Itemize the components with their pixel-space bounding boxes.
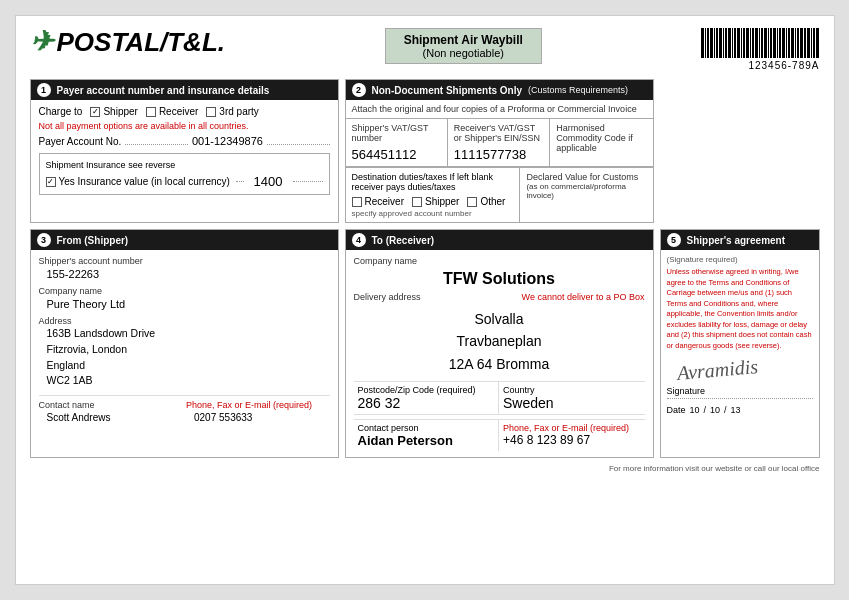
- shipper-address-field: Address 163B Landsdown Drive Fitzrovia, …: [39, 316, 330, 389]
- date-year: 13: [731, 405, 741, 415]
- duties-specify: specify approved account number: [352, 209, 514, 218]
- country-cell: Country Sweden: [499, 382, 645, 414]
- duties-section: Destination duties/taxes If left blank r…: [346, 167, 653, 222]
- receiver-label: Receiver: [159, 106, 198, 117]
- signature-block: Avramidis Signature: [667, 359, 813, 399]
- payer-account-value: 001-12349876: [192, 135, 263, 147]
- duties-shipper-checkbox[interactable]: Shipper: [412, 196, 459, 207]
- section4-header: 4 To (Receiver): [346, 230, 653, 250]
- declared-sub: (as on commercial/proforma invoice): [526, 182, 646, 200]
- receiver-contact-value: Aidan Peterson: [358, 433, 495, 448]
- shipper-account-value: 155-22263: [39, 268, 330, 280]
- shipper-company-value: Pure Theory Ltd: [39, 298, 330, 310]
- waybill-page: ✈ POSTAL/T&L. Shipment Air Waybill (Non …: [15, 15, 835, 585]
- section4-num: 4: [352, 233, 366, 247]
- shipper-address-label: Address: [39, 316, 330, 326]
- receiver-cb-icon: [146, 107, 156, 117]
- shipper-contact-label: Contact name: [39, 400, 183, 410]
- waybill-title-box: Shipment Air Waybill (Non negotiable): [385, 28, 542, 64]
- section-customs: 2 Non-Document Shipments Only (Customs R…: [345, 79, 654, 223]
- insurance-see-reverse: see reverse: [128, 160, 175, 170]
- section-receiver: 4 To (Receiver) Company name TFW Solutio…: [345, 229, 654, 458]
- postcode-cell: Postcode/Zip Code (required) 286 32: [354, 382, 500, 414]
- receiver-checkbox[interactable]: Receiver: [146, 106, 198, 117]
- signature-label: Signature: [667, 386, 706, 396]
- country-value: Sweden: [503, 395, 641, 411]
- shipper-phone-value: 0207 553633: [186, 412, 330, 423]
- delivery-line1: Solvalla: [474, 311, 523, 327]
- insurance-title: Shipment Insurance see reverse: [46, 159, 323, 170]
- section1-title: Payer account number and insurance detai…: [57, 85, 270, 96]
- barcode-image: [701, 28, 819, 58]
- shipper-phone-cell: Phone, Fax or E-mail (required) 0207 553…: [186, 400, 330, 423]
- duties-other-label: Other: [480, 196, 505, 207]
- agreement-text: Unless otherwise agreed in writing, I/we…: [667, 267, 813, 351]
- duties-receiver-checkbox[interactable]: Receiver: [352, 196, 404, 207]
- payer-account-row: Payer Account No. 001-12349876: [39, 135, 330, 147]
- section5-title: Shipper's agreement: [687, 235, 786, 246]
- shipper-account-field: Shipper's account number 155-22263: [39, 256, 330, 280]
- shipper-contact-cell: Contact name Scott Andrews: [39, 400, 183, 423]
- delivery-header-row: Delivery address We cannot deliver to a …: [354, 292, 645, 302]
- shipper-contact-row: Contact name Scott Andrews Phone, Fax or…: [39, 395, 330, 423]
- waybill-title: Shipment Air Waybill: [404, 33, 523, 47]
- shipper-address-line2: Fitzrovia, London: [47, 343, 128, 355]
- delivery-label: Delivery address: [354, 292, 421, 302]
- footer-text: For more information visit our website o…: [609, 464, 820, 473]
- sig-required-text: (Signature required): [667, 255, 813, 264]
- date-row: Date 10 / 10 / 13: [667, 405, 813, 415]
- vat-receiver-value: 1111577738: [454, 147, 543, 162]
- postcode-value: 286 32: [358, 395, 495, 411]
- section3-num: 3: [37, 233, 51, 247]
- barcode-number: 123456-789A: [748, 60, 819, 71]
- date-sep2: /: [724, 405, 727, 415]
- vat-shipper-value: 564451112: [352, 147, 441, 162]
- shipper-phone-label: Phone, Fax or E-mail (required): [186, 400, 330, 410]
- shipper-address-value: 163B Landsdown Drive Fitzrovia, London E…: [39, 326, 330, 389]
- charge-row: Charge to Shipper Receiver 3rd party: [39, 106, 330, 117]
- section3-header: 3 From (Shipper): [31, 230, 338, 250]
- vat-shipper-cell: Shipper's VAT/GST number 564451112: [346, 119, 448, 166]
- charge-to-label: Charge to: [39, 106, 83, 117]
- duties-other-cb: [467, 197, 477, 207]
- vat-receiver-label: Receiver's VAT/GST or Shipper's EIN/SSN: [454, 123, 543, 143]
- third-party-cb-icon: [206, 107, 216, 117]
- delivery-line3: 12A 64 Bromma: [449, 356, 549, 372]
- barcode-area: 123456-789A: [701, 28, 819, 71]
- date-day: 10: [690, 405, 700, 415]
- duties-row: Receiver Shipper Other: [352, 196, 514, 207]
- section2-title: Non-Document Shipments Only: [372, 85, 523, 96]
- logo: ✈ POSTAL/T&L.: [30, 28, 226, 56]
- vat-grid: Shipper's VAT/GST number 564451112 Recei…: [346, 119, 653, 167]
- bottom-sections: 3 From (Shipper) Shipper's account numbe…: [30, 229, 820, 458]
- insurance-box: Shipment Insurance see reverse Yes Insur…: [39, 153, 330, 195]
- shipper-checkbox[interactable]: Shipper: [90, 106, 137, 117]
- duties-label: Destination duties/taxes If left blank r…: [352, 172, 514, 192]
- shipper-label: Shipper: [103, 106, 137, 117]
- postcode-country-row: Postcode/Zip Code (required) 286 32 Coun…: [354, 381, 645, 415]
- insurance-yes-checkbox[interactable]: Yes Insurance value (in local currency): [46, 176, 230, 187]
- section2-num: 2: [352, 83, 366, 97]
- payer-account-dotted2: [267, 144, 330, 145]
- duties-other-checkbox[interactable]: Other: [467, 196, 505, 207]
- waybill-subtitle: (Non negotiable): [404, 47, 523, 59]
- postcode-label: Postcode/Zip Code (required): [358, 385, 495, 395]
- payment-warning: Not all payment options are available in…: [39, 121, 330, 131]
- insurance-dotted: [236, 181, 244, 182]
- logo-wing-icon: ✈: [30, 28, 53, 56]
- receiver-contact-label: Contact person: [358, 423, 495, 433]
- signature-line: Signature: [667, 386, 813, 399]
- signature-area: Avramidis Signature: [667, 359, 813, 399]
- duties-left: Destination duties/taxes If left blank r…: [346, 168, 521, 222]
- declared-cell: Declared Value for Customs (as on commer…: [520, 168, 652, 222]
- third-party-checkbox[interactable]: 3rd party: [206, 106, 258, 117]
- date-sep1: /: [704, 405, 707, 415]
- date-label: Date: [667, 405, 686, 415]
- section1-body: Charge to Shipper Receiver 3rd party Not…: [31, 100, 338, 207]
- cannot-deliver-text: We cannot deliver to a PO Box: [522, 292, 645, 302]
- third-party-label: 3rd party: [219, 106, 258, 117]
- duties-shipper-label: Shipper: [425, 196, 459, 207]
- section1-header: 1 Payer account number and insurance det…: [31, 80, 338, 100]
- receiver-phone-value: +46 8 123 89 67: [503, 433, 641, 447]
- harmonised-label: Harmonised Commodity Code if applicable: [556, 123, 646, 153]
